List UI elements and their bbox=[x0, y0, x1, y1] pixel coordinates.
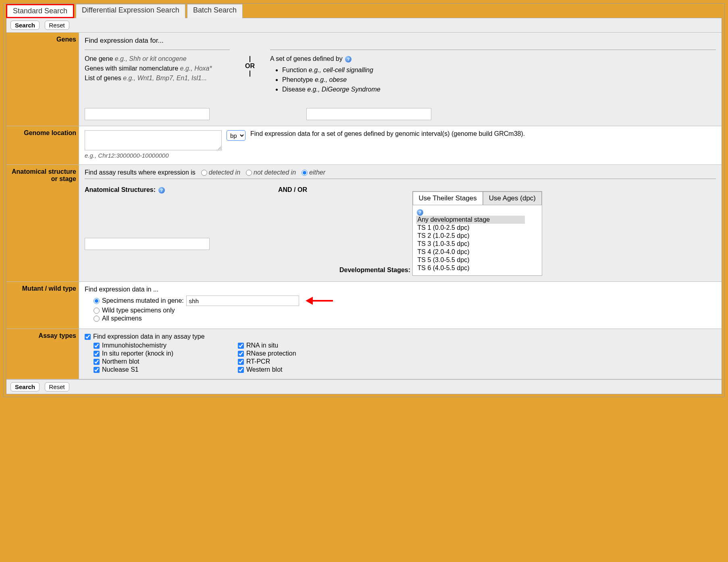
developmental-stages-label: Developmental Stages: bbox=[339, 266, 410, 274]
checkbox-assay[interactable] bbox=[238, 367, 244, 373]
stage-option[interactable]: TS 2 (1.0-2.5 dpc) bbox=[416, 232, 525, 240]
developmental-stage-list[interactable]: Any developmental stage TS 1 (0.0-2.5 dp… bbox=[416, 216, 525, 272]
anatomical-structures-input[interactable] bbox=[85, 238, 210, 250]
reset-button[interactable]: Reset bbox=[45, 382, 69, 391]
reset-button[interactable]: Reset bbox=[45, 21, 69, 30]
stage-option[interactable]: TS 6 (4.0-5.5 dpc) bbox=[416, 264, 525, 272]
genome-location-input[interactable] bbox=[85, 130, 222, 150]
section-label-assay: Assay types bbox=[6, 329, 79, 379]
genes-set-heading: A set of genes defined by ? bbox=[270, 54, 716, 64]
genes-bullet-disease: Disease e.g., DiGeorge Syndrome bbox=[282, 85, 716, 94]
and-or-label: AND / OR bbox=[278, 186, 307, 193]
genome-hint: e.g., Chr12:3000000-10000000 bbox=[85, 152, 716, 159]
top-button-row: Search Reset bbox=[6, 18, 722, 33]
assay-label: RNA in situ bbox=[246, 342, 278, 349]
genes-bullet-phenotype: Phenotype e.g., obese bbox=[282, 75, 716, 85]
stage-option[interactable]: TS 4 (2.0-4.0 dpc) bbox=[416, 248, 525, 256]
specimens-mutated-label: Specimens mutated in gene: bbox=[102, 297, 184, 304]
checkbox-assay[interactable] bbox=[94, 343, 100, 349]
assay-label: RNase protection bbox=[246, 350, 296, 357]
genes-one-gene: One gene e.g., Shh or kit oncogene bbox=[85, 54, 230, 64]
section-label-anatomical: Anatomical structure or stage bbox=[6, 165, 79, 281]
tab-standard-search[interactable]: Standard Search bbox=[6, 4, 74, 18]
mutated-gene-input[interactable] bbox=[186, 296, 299, 306]
gene-input-right[interactable] bbox=[306, 108, 431, 120]
assay-label: In situ reporter (knock in) bbox=[102, 350, 173, 357]
assay-label: Immunohistochemistry bbox=[102, 342, 166, 349]
tab-batch-search[interactable]: Batch Search bbox=[187, 4, 243, 18]
genes-similar: Genes with similar nomenclature e.g., Ho… bbox=[85, 64, 230, 73]
stage-option[interactable]: TS 1 (0.0-2.5 dpc) bbox=[416, 224, 525, 232]
help-icon[interactable]: ? bbox=[417, 209, 423, 216]
search-button[interactable]: Search bbox=[10, 21, 40, 30]
all-specimens-label: All specimens bbox=[102, 315, 142, 322]
stage-option[interactable]: TS 3 (1.0-3.5 dpc) bbox=[416, 240, 525, 248]
assay-label: Nuclease S1 bbox=[102, 366, 139, 373]
genes-heading: Find expression data for... bbox=[85, 37, 716, 45]
search-button[interactable]: Search bbox=[10, 382, 40, 391]
help-icon[interactable]: ? bbox=[345, 56, 352, 62]
tab-theiler-stages[interactable]: Use Theiler Stages bbox=[413, 191, 483, 205]
checkbox-any-assay[interactable] bbox=[85, 334, 91, 340]
tab-ages-dpc[interactable]: Use Ages (dpc) bbox=[483, 191, 542, 205]
checkbox-assay[interactable] bbox=[94, 367, 100, 373]
section-label-genes: Genes bbox=[6, 33, 79, 126]
radio-detected-in[interactable]: detected in bbox=[201, 169, 240, 176]
wild-type-label: Wild type specimens only bbox=[102, 307, 175, 314]
genome-unit-select[interactable]: bp bbox=[227, 130, 245, 141]
assay-label: Western blot bbox=[246, 366, 283, 373]
checkbox-assay[interactable] bbox=[238, 359, 244, 365]
genes-bullet-function: Function e.g., cell-cell signalling bbox=[282, 65, 716, 75]
checkbox-assay[interactable] bbox=[94, 351, 100, 357]
radio-wild-type[interactable] bbox=[94, 308, 100, 314]
radio-specimens-mutated[interactable] bbox=[94, 298, 100, 304]
checkbox-assay[interactable] bbox=[94, 359, 100, 365]
genes-list: List of genes e.g., Wnt1, Bmp7, En1, Isl… bbox=[85, 73, 230, 83]
any-assay-label: Find expression data in any assay type bbox=[93, 333, 205, 340]
tab-differential-expression[interactable]: Differential Expression Search bbox=[76, 4, 185, 18]
radio-all-specimens[interactable] bbox=[94, 316, 100, 322]
section-label-mutant: Mutant / wild type bbox=[6, 282, 79, 329]
genome-description: Find expression data for a set of genes … bbox=[250, 130, 716, 137]
arrow-annotation-icon bbox=[306, 297, 333, 305]
assay-label: Northern blot bbox=[102, 358, 139, 365]
checkbox-assay[interactable] bbox=[238, 351, 244, 357]
bottom-button-row: Search Reset bbox=[6, 379, 722, 394]
anat-heading: Find assay results where expression is bbox=[85, 169, 196, 176]
assay-label: RT-PCR bbox=[246, 358, 270, 365]
radio-not-detected-in[interactable]: not detected in bbox=[246, 169, 296, 176]
checkbox-assay[interactable] bbox=[238, 343, 244, 349]
anatomical-structures-label: Anatomical Structures: bbox=[85, 186, 156, 194]
stage-option[interactable]: Any developmental stage bbox=[416, 216, 525, 224]
stage-option[interactable]: TS 5 (3.0-5.5 dpc) bbox=[416, 256, 525, 264]
section-label-genome: Genome location bbox=[6, 126, 79, 164]
genes-or-separator: | OR | bbox=[242, 47, 258, 77]
mutant-heading: Find expression data in ... bbox=[85, 286, 716, 293]
gene-input-left[interactable] bbox=[85, 108, 210, 120]
help-icon[interactable]: ? bbox=[158, 187, 165, 194]
radio-either[interactable]: either bbox=[302, 169, 325, 176]
